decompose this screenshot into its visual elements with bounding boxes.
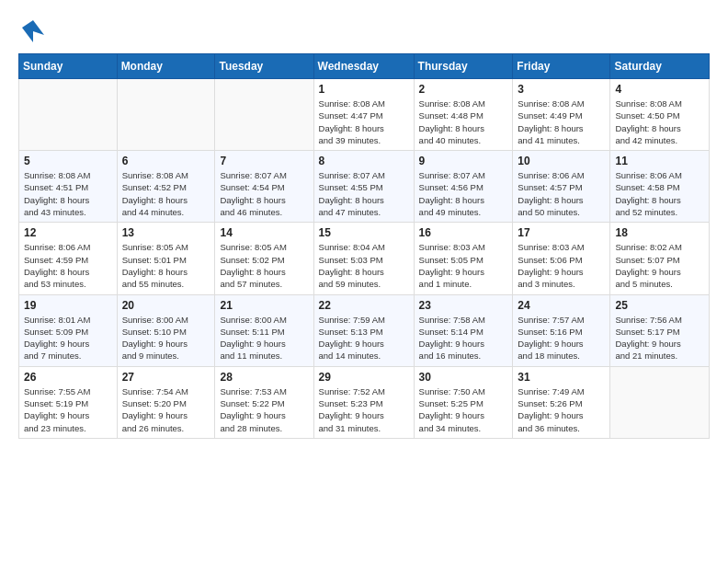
day-number: 2 bbox=[419, 83, 508, 96]
day-info: Sunrise: 8:06 AM Sunset: 4:57 PM Dayligh… bbox=[518, 169, 605, 218]
day-number: 15 bbox=[319, 226, 409, 239]
day-number: 7 bbox=[220, 155, 308, 167]
day-number: 19 bbox=[24, 299, 112, 312]
day-number: 23 bbox=[419, 299, 508, 312]
day-info: Sunrise: 7:59 AM Sunset: 5:13 PM Dayligh… bbox=[319, 314, 409, 362]
day-info: Sunrise: 7:52 AM Sunset: 5:23 PM Dayligh… bbox=[319, 385, 409, 434]
svg-marker-0 bbox=[22, 20, 44, 42]
calendar-day-1: 1Sunrise: 8:08 AM Sunset: 4:47 PM Daylig… bbox=[313, 79, 414, 151]
calendar-day-27: 27Sunrise: 7:54 AM Sunset: 5:20 PM Dayli… bbox=[117, 366, 215, 438]
calendar-day-16: 16Sunrise: 8:03 AM Sunset: 5:05 PM Dayli… bbox=[414, 223, 513, 294]
day-number: 30 bbox=[419, 371, 508, 384]
calendar-day-29: 29Sunrise: 7:52 AM Sunset: 5:23 PM Dayli… bbox=[313, 366, 414, 438]
day-info: Sunrise: 8:08 AM Sunset: 4:47 PM Dayligh… bbox=[319, 98, 409, 146]
day-info: Sunrise: 8:05 AM Sunset: 5:02 PM Dayligh… bbox=[220, 241, 308, 290]
day-number: 10 bbox=[518, 155, 605, 167]
day-of-week-sunday: Sunday bbox=[19, 54, 118, 79]
calendar-week-4: 19Sunrise: 8:01 AM Sunset: 5:09 PM Dayli… bbox=[19, 294, 710, 366]
day-info: Sunrise: 8:04 AM Sunset: 5:03 PM Dayligh… bbox=[319, 241, 409, 290]
day-number: 13 bbox=[122, 226, 210, 239]
day-number: 5 bbox=[24, 155, 112, 167]
calendar-day-22: 22Sunrise: 7:59 AM Sunset: 5:13 PM Dayli… bbox=[313, 294, 414, 366]
calendar-week-1: 1Sunrise: 8:08 AM Sunset: 4:47 PM Daylig… bbox=[19, 79, 710, 151]
day-info: Sunrise: 8:03 AM Sunset: 5:05 PM Dayligh… bbox=[419, 241, 508, 290]
day-info: Sunrise: 8:05 AM Sunset: 5:01 PM Dayligh… bbox=[122, 241, 210, 290]
day-info: Sunrise: 7:54 AM Sunset: 5:20 PM Dayligh… bbox=[122, 385, 210, 434]
calendar-day-24: 24Sunrise: 7:57 AM Sunset: 5:16 PM Dayli… bbox=[513, 294, 610, 366]
day-number: 12 bbox=[24, 226, 112, 239]
day-info: Sunrise: 7:58 AM Sunset: 5:14 PM Dayligh… bbox=[419, 314, 508, 362]
day-of-week-wednesday: Wednesday bbox=[313, 54, 414, 79]
day-info: Sunrise: 8:03 AM Sunset: 5:06 PM Dayligh… bbox=[518, 241, 605, 290]
day-number: 16 bbox=[419, 226, 508, 239]
empty-cell bbox=[19, 79, 118, 151]
day-info: Sunrise: 7:55 AM Sunset: 5:19 PM Dayligh… bbox=[24, 385, 112, 434]
day-number: 17 bbox=[518, 226, 605, 239]
day-info: Sunrise: 8:08 AM Sunset: 4:48 PM Dayligh… bbox=[419, 98, 508, 146]
calendar-day-18: 18Sunrise: 8:02 AM Sunset: 5:07 PM Dayli… bbox=[610, 223, 710, 294]
day-info: Sunrise: 8:08 AM Sunset: 4:52 PM Dayligh… bbox=[122, 169, 210, 218]
calendar-day-6: 6Sunrise: 8:08 AM Sunset: 4:52 PM Daylig… bbox=[117, 151, 215, 223]
day-info: Sunrise: 8:02 AM Sunset: 5:07 PM Dayligh… bbox=[615, 241, 704, 290]
calendar-day-23: 23Sunrise: 7:58 AM Sunset: 5:14 PM Dayli… bbox=[414, 294, 513, 366]
day-of-week-friday: Friday bbox=[513, 54, 610, 79]
day-of-week-saturday: Saturday bbox=[610, 54, 710, 79]
day-number: 31 bbox=[518, 371, 605, 384]
day-of-week-thursday: Thursday bbox=[414, 54, 513, 79]
calendar-day-2: 2Sunrise: 8:08 AM Sunset: 4:48 PM Daylig… bbox=[414, 79, 513, 151]
day-info: Sunrise: 8:00 AM Sunset: 5:11 PM Dayligh… bbox=[220, 314, 308, 362]
day-info: Sunrise: 8:01 AM Sunset: 5:09 PM Dayligh… bbox=[24, 314, 112, 362]
day-info: Sunrise: 8:06 AM Sunset: 4:58 PM Dayligh… bbox=[615, 169, 704, 218]
day-info: Sunrise: 8:00 AM Sunset: 5:10 PM Dayligh… bbox=[122, 314, 210, 362]
day-info: Sunrise: 8:08 AM Sunset: 4:51 PM Dayligh… bbox=[24, 169, 112, 218]
day-number: 9 bbox=[419, 155, 508, 167]
logo bbox=[18, 17, 50, 44]
day-info: Sunrise: 7:56 AM Sunset: 5:17 PM Dayligh… bbox=[615, 314, 704, 362]
calendar-day-12: 12Sunrise: 8:06 AM Sunset: 4:59 PM Dayli… bbox=[19, 223, 118, 294]
calendar-day-26: 26Sunrise: 7:55 AM Sunset: 5:19 PM Dayli… bbox=[19, 366, 118, 438]
day-number: 28 bbox=[220, 371, 308, 384]
logo-icon bbox=[18, 17, 46, 44]
calendar-day-17: 17Sunrise: 8:03 AM Sunset: 5:06 PM Dayli… bbox=[513, 223, 610, 294]
day-number: 26 bbox=[24, 371, 112, 384]
calendar-day-9: 9Sunrise: 8:07 AM Sunset: 4:56 PM Daylig… bbox=[414, 151, 513, 223]
calendar-day-15: 15Sunrise: 8:04 AM Sunset: 5:03 PM Dayli… bbox=[313, 223, 414, 294]
calendar-day-5: 5Sunrise: 8:08 AM Sunset: 4:51 PM Daylig… bbox=[19, 151, 118, 223]
calendar-day-7: 7Sunrise: 8:07 AM Sunset: 4:54 PM Daylig… bbox=[215, 151, 313, 223]
calendar-day-21: 21Sunrise: 8:00 AM Sunset: 5:11 PM Dayli… bbox=[215, 294, 313, 366]
calendar-day-30: 30Sunrise: 7:50 AM Sunset: 5:25 PM Dayli… bbox=[414, 366, 513, 438]
day-number: 27 bbox=[122, 371, 210, 384]
day-number: 14 bbox=[220, 226, 308, 239]
calendar-day-20: 20Sunrise: 8:00 AM Sunset: 5:10 PM Dayli… bbox=[117, 294, 215, 366]
day-number: 24 bbox=[518, 299, 605, 312]
day-number: 18 bbox=[615, 226, 704, 239]
calendar-header-row: SundayMondayTuesdayWednesdayThursdayFrid… bbox=[19, 54, 710, 79]
day-info: Sunrise: 8:08 AM Sunset: 4:50 PM Dayligh… bbox=[615, 98, 704, 146]
day-info: Sunrise: 7:53 AM Sunset: 5:22 PM Dayligh… bbox=[220, 385, 308, 434]
calendar-day-14: 14Sunrise: 8:05 AM Sunset: 5:02 PM Dayli… bbox=[215, 223, 313, 294]
calendar-day-8: 8Sunrise: 8:07 AM Sunset: 4:55 PM Daylig… bbox=[313, 151, 414, 223]
calendar-day-31: 31Sunrise: 7:49 AM Sunset: 5:26 PM Dayli… bbox=[513, 366, 610, 438]
calendar-day-28: 28Sunrise: 7:53 AM Sunset: 5:22 PM Dayli… bbox=[215, 366, 313, 438]
day-of-week-tuesday: Tuesday bbox=[215, 54, 313, 79]
day-number: 11 bbox=[615, 155, 704, 167]
calendar-table: SundayMondayTuesdayWednesdayThursdayFrid… bbox=[18, 53, 710, 439]
calendar-day-11: 11Sunrise: 8:06 AM Sunset: 4:58 PM Dayli… bbox=[610, 151, 710, 223]
empty-cell bbox=[610, 366, 710, 438]
calendar-day-19: 19Sunrise: 8:01 AM Sunset: 5:09 PM Dayli… bbox=[19, 294, 118, 366]
day-number: 22 bbox=[319, 299, 409, 312]
calendar-day-10: 10Sunrise: 8:06 AM Sunset: 4:57 PM Dayli… bbox=[513, 151, 610, 223]
day-info: Sunrise: 8:07 AM Sunset: 4:56 PM Dayligh… bbox=[419, 169, 508, 218]
page: SundayMondayTuesdayWednesdayThursdayFrid… bbox=[0, 0, 728, 563]
day-number: 6 bbox=[122, 155, 210, 167]
calendar-day-25: 25Sunrise: 7:56 AM Sunset: 5:17 PM Dayli… bbox=[610, 294, 710, 366]
header bbox=[18, 17, 710, 44]
day-info: Sunrise: 8:08 AM Sunset: 4:49 PM Dayligh… bbox=[518, 98, 605, 146]
day-number: 20 bbox=[122, 299, 210, 312]
calendar-day-13: 13Sunrise: 8:05 AM Sunset: 5:01 PM Dayli… bbox=[117, 223, 215, 294]
day-number: 3 bbox=[518, 83, 605, 96]
day-info: Sunrise: 8:07 AM Sunset: 4:55 PM Dayligh… bbox=[319, 169, 409, 218]
day-info: Sunrise: 8:06 AM Sunset: 4:59 PM Dayligh… bbox=[24, 241, 112, 290]
calendar-week-5: 26Sunrise: 7:55 AM Sunset: 5:19 PM Dayli… bbox=[19, 366, 710, 438]
empty-cell bbox=[215, 79, 313, 151]
